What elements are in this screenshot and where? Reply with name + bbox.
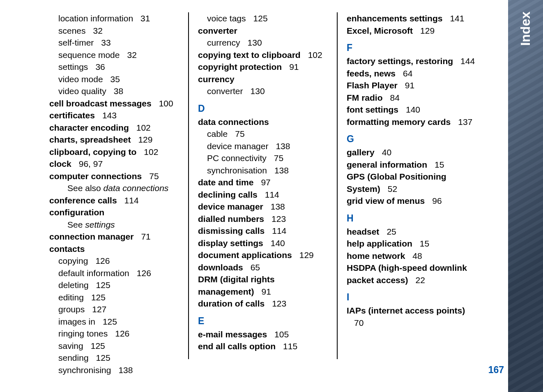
index-entry: cable75 (198, 128, 329, 140)
index-entry: device manager138 (198, 140, 329, 152)
entry-page: 36 (95, 61, 105, 73)
index-entry: default information126 (49, 267, 180, 279)
section-letter: E (198, 316, 329, 327)
entry-text: document applications (198, 250, 292, 260)
entry-text: copying text to clipboard (198, 50, 301, 60)
entry-text: self-timer (58, 38, 94, 47)
index-entry: copying126 (49, 255, 180, 267)
entry-page: 125 (91, 340, 105, 352)
entry-page: 137 (458, 116, 472, 128)
index-page: location information31scenes32self-timer… (0, 0, 543, 392)
index-entry: Flash Player91 (347, 79, 477, 92)
entry-text: video mode (58, 74, 103, 84)
entry-page: 65 (251, 261, 260, 274)
entry-page: 125 (253, 12, 268, 25)
entry-page: 64 (403, 67, 412, 80)
entry-text: sending (58, 353, 89, 362)
entry-text: home network (347, 251, 405, 261)
entry-text: PC connectivity (207, 153, 267, 163)
index-entry: headset25 (347, 226, 477, 238)
entry-page: 32 (127, 49, 136, 61)
index-entry: declining calls114 (198, 189, 329, 201)
tab-title: Index (518, 12, 533, 46)
entry-text: converter (207, 86, 243, 96)
index-entry: device manager138 (198, 201, 329, 213)
entry-text: currency (207, 38, 240, 47)
index-entry: video quality38 (49, 85, 180, 97)
entry-text: ringing tones (58, 329, 108, 338)
index-entry: display settings140 (198, 237, 329, 249)
entry-text: data connections (198, 117, 269, 127)
entry-text: headset (347, 227, 379, 236)
index-entry: certificates143 (49, 109, 180, 122)
entry-page: 114 (265, 189, 279, 201)
entry-page: 143 (102, 109, 117, 122)
entry-page: 127 (92, 303, 106, 316)
index-entry: scenes32 (49, 25, 180, 37)
column-1: location information31scenes32self-timer… (49, 12, 189, 380)
entry-page: 138 (271, 201, 285, 213)
index-entry: FM radio84 (347, 92, 477, 104)
entry-text: currency (198, 74, 235, 84)
index-entry: settings36 (49, 61, 180, 73)
entry-text: Flash Player (347, 81, 398, 90)
entry-text: character encoding (49, 123, 129, 132)
index-entry: location information31 (49, 12, 180, 25)
entry-page: 140 (406, 104, 420, 116)
entry-page: 125 (91, 291, 106, 304)
entry-page: 126 (95, 255, 110, 267)
entry-page: 102 (136, 122, 151, 134)
entry-text: location information (58, 14, 133, 23)
index-entry: sequence mode32 (49, 49, 180, 61)
column-2: voice tags125convertercurrency130copying… (198, 12, 338, 380)
entry-page: 130 (248, 37, 262, 49)
section-letter: H (347, 213, 477, 224)
index-entry: saving125 (49, 340, 180, 352)
entry-text: synchronising (58, 365, 111, 375)
entry-page: 126 (137, 267, 151, 279)
index-entry: converter (198, 25, 329, 37)
index-entry: contacts (49, 243, 180, 255)
index-entry: currency130 (198, 37, 329, 49)
entry-text: settings (58, 62, 88, 71)
index-entry: sending125 (49, 352, 180, 364)
entry-text: clock (49, 159, 71, 168)
index-entry: character encoding102 (49, 122, 180, 134)
entry-text: charts, spreadsheet (49, 135, 131, 144)
index-entry: groups127 (49, 303, 180, 316)
entry-page: 123 (272, 297, 286, 310)
index-entry: document applications129 (198, 249, 329, 261)
index-entry: factory settings, restoring144 (347, 55, 477, 67)
index-entry: images in125 (49, 316, 180, 328)
entry-text: factory settings, restoring (347, 56, 453, 66)
entry-page: 71 (141, 231, 150, 243)
index-entry: PC connectivity75 (198, 152, 329, 164)
entry-page: 25 (387, 226, 396, 238)
entry-text: HSDPA (high-speed downlink packet access… (347, 263, 467, 285)
entry-page: 38 (114, 85, 123, 97)
index-entry: font settings140 (347, 104, 477, 116)
entry-page: 115 (283, 340, 297, 353)
entry-page: 96 (432, 195, 442, 207)
entry-page: 15 (435, 159, 444, 171)
index-entry: synchronising138 (49, 364, 180, 376)
entry-page: 32 (93, 25, 103, 37)
entry-text: editing (58, 293, 84, 302)
index-entry: computer connections75 (49, 170, 180, 182)
entry-page: 130 (251, 85, 265, 97)
entry-text: certificates (49, 111, 95, 120)
entry-page: 125 (96, 352, 110, 364)
entry-page: 22 (415, 274, 425, 286)
entry-text: default information (58, 268, 129, 278)
entry-text: enhancements settings (347, 14, 442, 23)
entry-page: 129 (420, 25, 435, 37)
entry-page: 97 (261, 176, 270, 189)
page-number: 167 (488, 364, 504, 376)
entry-text: duration of calls (198, 299, 265, 308)
entry-page: 33 (101, 37, 110, 49)
index-entry: video mode35 (49, 73, 180, 85)
section-letter: I (347, 292, 477, 303)
index-entry: formatting memory cards137 (347, 116, 477, 128)
section-tab: Index (508, 0, 543, 392)
entry-text: IAPs (internet access points) (347, 306, 465, 315)
